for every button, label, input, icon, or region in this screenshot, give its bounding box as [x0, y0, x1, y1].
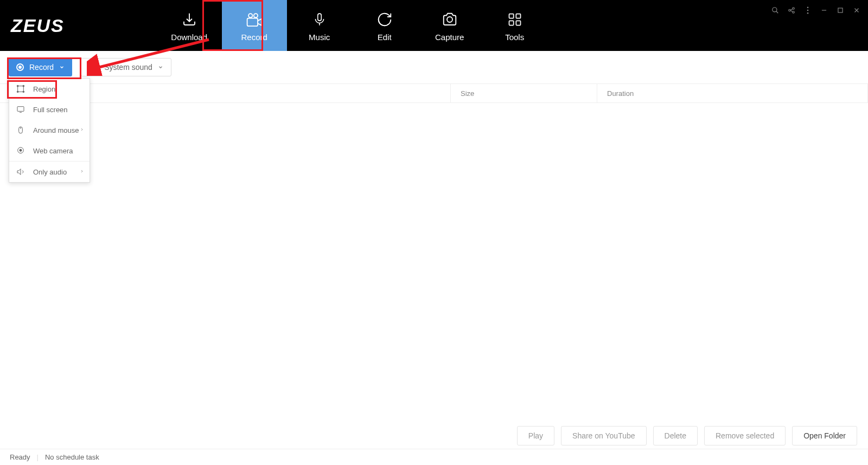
remove-selected-button[interactable]: Remove selected — [704, 426, 786, 445]
chevron-right-icon — [80, 168, 84, 176]
audio-icon — [16, 167, 25, 177]
open-folder-button[interactable]: Open Folder — [792, 426, 857, 445]
nav-label: Download — [171, 33, 207, 42]
dropdown-label: Full screen — [33, 106, 68, 114]
maximize-icon[interactable] — [835, 5, 845, 15]
column-size[interactable]: Size — [450, 84, 597, 102]
nav-label: Music — [309, 33, 330, 42]
status-separator: | — [37, 453, 39, 461]
delete-button[interactable]: Delete — [653, 426, 698, 445]
sound-btn-label: System sound — [104, 63, 152, 72]
nav-label: Tools — [505, 33, 524, 42]
topbar: ZEUS Download Record Music Edit — [0, 0, 868, 51]
record-btn-label: Record — [29, 63, 54, 72]
svg-rect-16 — [838, 8, 843, 12]
svg-point-25 — [20, 149, 22, 151]
nav-tab-music[interactable]: Music — [287, 0, 352, 51]
svg-point-18 — [17, 85, 18, 87]
play-button[interactable]: Play — [517, 426, 554, 445]
dropdown-label: Web camera — [33, 147, 73, 155]
svg-rect-2 — [247, 18, 257, 26]
nav-label: Capture — [435, 33, 464, 42]
video-camera-icon — [245, 10, 264, 29]
dropdown-item-region[interactable]: Region — [9, 79, 90, 99]
svg-rect-5 — [509, 14, 513, 18]
toolbar: Record System sound Region Full screen A… — [0, 51, 868, 83]
record-dropdown-button[interactable]: Record — [9, 58, 72, 76]
dropdown-label: Around mouse — [33, 126, 79, 134]
bottom-actions: Play Share on YouTube Delete Remove sele… — [0, 423, 868, 449]
svg-point-0 — [248, 14, 252, 17]
svg-rect-8 — [516, 21, 520, 25]
webcam-icon — [16, 146, 25, 156]
close-icon[interactable] — [852, 5, 861, 15]
monitor-icon — [16, 105, 25, 114]
svg-point-4 — [447, 17, 452, 22]
status-ready: Ready — [10, 453, 30, 461]
nav-tab-edit[interactable]: Edit — [352, 0, 417, 51]
file-list-area — [0, 103, 868, 423]
minimize-icon[interactable] — [819, 5, 829, 15]
nav-tab-record[interactable]: Record — [222, 0, 287, 51]
status-schedule: No schedule task — [45, 453, 99, 461]
record-dot-icon — [16, 63, 24, 71]
dropdown-label: Only audio — [33, 168, 67, 176]
nav-tab-tools[interactable]: Tools — [482, 0, 547, 51]
menu-dots-icon[interactable] — [803, 5, 813, 15]
speaker-icon — [89, 62, 99, 72]
svg-point-9 — [773, 8, 777, 12]
dropdown-item-fullscreen[interactable]: Full screen — [9, 99, 90, 120]
chevron-down-icon — [59, 64, 65, 70]
dropdown-item-only-audio[interactable]: Only audio — [9, 162, 90, 182]
app-logo: ZEUS — [11, 15, 65, 36]
nav-label: Edit — [378, 33, 392, 42]
dropdown-item-webcam[interactable]: Web camera — [9, 140, 90, 161]
camera-icon — [441, 10, 458, 29]
svg-rect-22 — [17, 107, 24, 112]
chevron-right-icon — [80, 126, 84, 134]
chevron-down-icon — [158, 64, 163, 70]
dropdown-item-around-mouse[interactable]: Around mouse — [9, 120, 90, 140]
sound-dropdown-button[interactable]: System sound — [81, 58, 171, 76]
share-youtube-button[interactable]: Share on YouTube — [561, 426, 646, 445]
nav-tab-download[interactable]: Download — [157, 0, 222, 51]
dropdown-label: Region — [33, 85, 55, 93]
svg-point-14 — [807, 10, 809, 11]
refresh-icon — [376, 10, 393, 29]
table-header: Size Duration — [0, 83, 868, 103]
svg-point-15 — [807, 12, 809, 14]
svg-point-19 — [23, 85, 24, 87]
download-icon — [181, 10, 197, 29]
microphone-icon — [312, 10, 327, 29]
search-icon[interactable] — [770, 5, 780, 15]
svg-point-13 — [807, 7, 809, 8]
svg-point-20 — [17, 91, 18, 93]
nav-tabs: Download Record Music Edit Capture — [157, 0, 547, 51]
share-icon[interactable] — [787, 5, 796, 15]
svg-point-21 — [23, 91, 24, 93]
svg-point-12 — [793, 11, 795, 14]
record-dropdown-menu: Region Full screen Around mouse Web came… — [9, 78, 90, 183]
statusbar: Ready | No schedule task — [0, 449, 868, 465]
region-icon — [16, 84, 25, 94]
grid-icon — [507, 10, 522, 29]
window-controls — [770, 5, 861, 15]
svg-point-11 — [793, 8, 795, 10]
svg-point-10 — [789, 9, 791, 11]
svg-point-1 — [253, 14, 257, 17]
column-duration[interactable]: Duration — [597, 84, 868, 102]
nav-tab-capture[interactable]: Capture — [417, 0, 482, 51]
nav-label: Record — [241, 33, 267, 42]
svg-rect-7 — [509, 21, 513, 25]
svg-rect-6 — [516, 14, 520, 18]
svg-rect-17 — [18, 86, 24, 92]
mouse-icon — [16, 125, 25, 135]
svg-rect-3 — [317, 14, 321, 21]
